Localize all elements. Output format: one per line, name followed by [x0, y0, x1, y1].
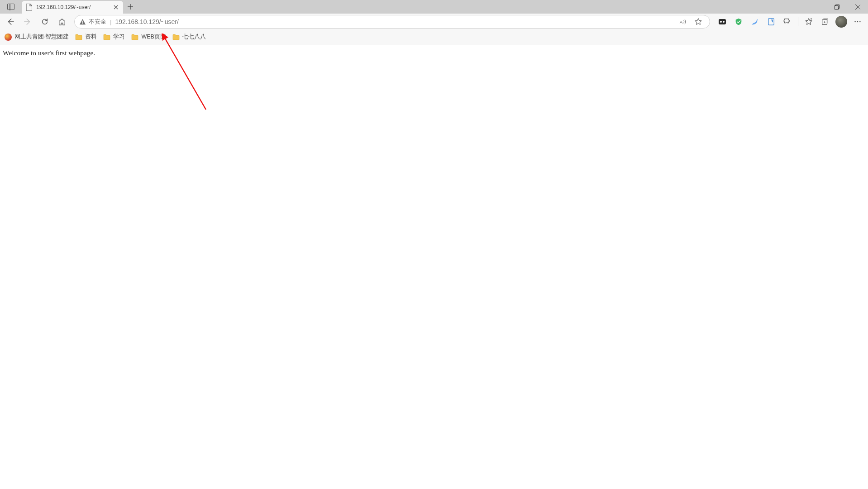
- titlebar: 192.168.10.129/~user/: [0, 0, 868, 14]
- extension-icon-4[interactable]: [763, 15, 779, 29]
- page-icon: [25, 4, 33, 11]
- forward-button[interactable]: [20, 15, 35, 29]
- svg-point-6: [723, 21, 725, 23]
- address-url: 192.168.10.129/~user/: [115, 18, 672, 25]
- maximize-icon: [835, 5, 839, 10]
- refresh-icon: [41, 18, 49, 26]
- folder-icon: [103, 34, 110, 40]
- extension-icon-1[interactable]: [715, 15, 730, 29]
- arrow-right-icon: [24, 18, 32, 26]
- svg-rect-1: [82, 20, 83, 23]
- folder-icon: [131, 34, 138, 40]
- favorites-button[interactable]: [801, 15, 816, 29]
- tab-close-button[interactable]: [112, 4, 119, 11]
- bookmark-label: 网上共青团·智慧团建: [14, 33, 69, 41]
- bookmark-folder[interactable]: 七七八八: [172, 33, 206, 41]
- titlebar-spacer: [138, 0, 806, 14]
- bookmark-label: WEB页面: [141, 33, 166, 41]
- tab-title: 192.168.10.129/~user/: [36, 4, 109, 10]
- svg-point-5: [720, 21, 722, 23]
- refresh-button[interactable]: [37, 15, 52, 29]
- eyes-icon: [718, 17, 727, 26]
- warning-icon: [79, 19, 86, 25]
- address-right: A: [676, 15, 705, 29]
- home-icon: [58, 18, 66, 26]
- window-minimize-button[interactable]: [806, 0, 826, 14]
- window-controls: [806, 0, 868, 14]
- window-close-button[interactable]: [847, 0, 868, 14]
- minimize-icon: [814, 5, 819, 10]
- security-label: 不安全: [89, 18, 106, 26]
- address-divider: |: [110, 19, 111, 25]
- close-icon: [114, 5, 118, 10]
- bookmark-item[interactable]: 网上共青团·智慧团建: [5, 33, 69, 41]
- svg-rect-7: [768, 19, 774, 25]
- svg-text:A: A: [680, 19, 683, 24]
- bookmark-label: 学习: [113, 33, 125, 41]
- star-icon: [694, 18, 702, 26]
- svg-rect-4: [719, 19, 726, 24]
- site-favicon: [5, 34, 12, 41]
- extension-icon-3[interactable]: [747, 15, 763, 29]
- svg-point-10: [857, 21, 858, 23]
- toolbar-separator: [798, 17, 798, 26]
- collections-button[interactable]: [817, 15, 833, 29]
- window-maximize-button[interactable]: [826, 0, 847, 14]
- collections-icon: [821, 18, 829, 26]
- toolbar: 不安全 | 192.168.10.129/~user/ A: [0, 14, 868, 30]
- more-icon: [854, 18, 862, 26]
- bird-icon: [751, 18, 759, 26]
- bookmark-label: 资料: [85, 33, 97, 41]
- bookmark-folder[interactable]: 资料: [75, 33, 97, 41]
- page-content: Welcome to user's first webpage.: [0, 44, 868, 62]
- svg-rect-2: [82, 23, 83, 24]
- page-body-text: Welcome to user's first webpage.: [3, 49, 95, 57]
- note-icon: [767, 18, 775, 26]
- bookmarks-bar: 网上共青团·智慧团建 资料 学习 WEB页面 七七八八: [0, 30, 868, 44]
- bookmark-folder[interactable]: 学习: [103, 33, 125, 41]
- read-aloud-button[interactable]: A: [676, 15, 690, 29]
- bookmark-label: 七七八八: [182, 33, 206, 41]
- tab-actions-icon: [7, 4, 14, 10]
- puzzle-icon: [783, 18, 792, 26]
- bookmark-folder[interactable]: WEB页面: [131, 33, 166, 41]
- svg-rect-0: [835, 5, 838, 9]
- folder-icon: [172, 34, 180, 40]
- address-bar[interactable]: 不安全 | 192.168.10.129/~user/ A: [74, 15, 710, 29]
- extensions-button[interactable]: [780, 15, 795, 29]
- new-tab-button[interactable]: [123, 0, 138, 14]
- svg-point-9: [854, 21, 856, 23]
- close-icon: [855, 5, 860, 10]
- extension-icon-2[interactable]: [731, 15, 746, 29]
- tab-actions-button[interactable]: [0, 0, 22, 14]
- back-button[interactable]: [3, 15, 18, 29]
- menu-button[interactable]: [850, 15, 865, 29]
- read-aloud-icon: A: [679, 18, 687, 26]
- browser-tab[interactable]: 192.168.10.129/~user/: [22, 1, 123, 14]
- toolbar-right: [715, 15, 865, 29]
- svg-point-11: [859, 21, 861, 23]
- folder-icon: [75, 34, 82, 40]
- profile-avatar[interactable]: [835, 16, 847, 28]
- plus-icon: [128, 4, 133, 10]
- arrow-left-icon: [6, 18, 14, 26]
- security-status[interactable]: 不安全: [79, 18, 106, 26]
- shield-check-icon: [734, 18, 743, 26]
- star-plus-icon: [805, 18, 813, 26]
- favorite-button[interactable]: [692, 15, 705, 29]
- home-button[interactable]: [54, 15, 70, 29]
